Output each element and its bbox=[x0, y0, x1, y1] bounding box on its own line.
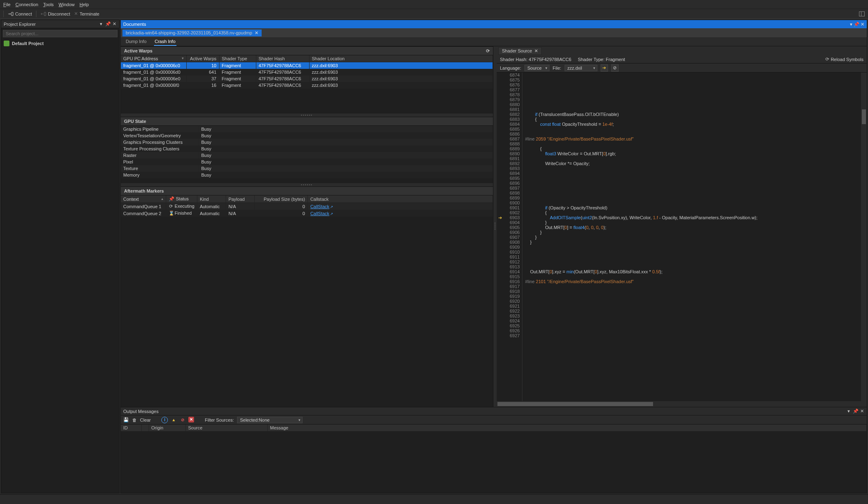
refresh-icon[interactable]: ⟳ bbox=[486, 48, 490, 54]
table-row: Vertex/Tesselation/GeometryBusy bbox=[121, 132, 493, 139]
panel-close-icon[interactable]: ✕ bbox=[112, 21, 117, 27]
terminate-icon: ✕ bbox=[74, 11, 78, 16]
clear-button[interactable]: Clear bbox=[140, 418, 151, 422]
goto-button[interactable]: ➔ bbox=[601, 64, 608, 72]
menu-file[interactable]: File bbox=[3, 2, 11, 7]
active-warps-table: GPU PC Address▾ Active Warps Shader Type… bbox=[121, 55, 493, 89]
table-row[interactable]: fragment_01 @ 0x000006f016Fragment47F75F… bbox=[121, 82, 493, 89]
document-subtabs: Dump Info Crash Info bbox=[121, 37, 867, 46]
table-row: Texture Processing ClustersBusy bbox=[121, 145, 493, 152]
callstack-link[interactable]: CallStack bbox=[310, 204, 329, 209]
splitter[interactable]: •••••• bbox=[121, 183, 493, 186]
disconnect-icon bbox=[41, 11, 46, 16]
tab-crash-info[interactable]: Crash Info bbox=[154, 37, 176, 46]
project-explorer-title: Project Explorer ▾ 📌 ✕ bbox=[1, 20, 119, 28]
table-row: Graphics PipelineBusy bbox=[121, 126, 493, 132]
terminate-button: ✕ Terminate bbox=[74, 11, 99, 16]
table-row[interactable]: fragment_01 @ 0x000006c010Fragment47F75F… bbox=[121, 62, 493, 69]
project-root[interactable]: Default Project bbox=[4, 41, 117, 46]
sort-icon[interactable]: ▾ bbox=[182, 56, 184, 60]
table-row[interactable]: CommandQueue 2⌛ FinishedAutomaticN/A0Cal… bbox=[121, 210, 493, 217]
layout-icon[interactable] bbox=[859, 11, 865, 16]
connect-icon bbox=[8, 11, 14, 16]
document-tabstrip: brickadia-win64-shipping-32992-20231105_… bbox=[121, 28, 867, 37]
aftermath-markers-table: Context▴ 📌Status Kind Payload Payload Si… bbox=[121, 195, 493, 217]
shader-source-tab[interactable]: Shader Source ✕ bbox=[498, 47, 542, 55]
panel-minimize-icon[interactable]: ▾ bbox=[99, 21, 104, 27]
tab-close-icon[interactable]: ✕ bbox=[255, 30, 258, 36]
document-tab[interactable]: brickadia-win64-shipping-32992-20231105_… bbox=[122, 30, 262, 36]
scrollbar-vertical[interactable] bbox=[861, 73, 867, 401]
code-editor[interactable]: ➔ 6874 6875 6876 6877 6878 6879 6880 688… bbox=[497, 73, 867, 401]
crash-left-column: Active Warps ⟳ GPU PC Address▾ Active Wa… bbox=[121, 46, 493, 407]
sort-icon[interactable]: ▴ bbox=[161, 197, 163, 201]
table-row: PixelBusy bbox=[121, 159, 493, 165]
filter-fatal-icon[interactable]: ✕ bbox=[188, 417, 194, 422]
output-title: Output Messages ▾ 📌 ✕ bbox=[121, 407, 867, 415]
table-row[interactable]: CommandQueue 1⟳ ExecutingAutomaticN/A0Ca… bbox=[121, 203, 493, 210]
menu-connection[interactable]: Connection bbox=[16, 2, 38, 7]
search-input[interactable] bbox=[3, 30, 118, 37]
file-dropdown[interactable]: zzz.dxil bbox=[565, 65, 597, 71]
menu-tools[interactable]: Tools bbox=[43, 2, 54, 7]
docs-minimize-icon[interactable]: ▾ bbox=[850, 22, 852, 27]
docs-pin-icon[interactable]: 📌 bbox=[854, 22, 859, 27]
table-row[interactable]: fragment_01 @ 0x000006e037Fragment47F75F… bbox=[121, 75, 493, 82]
menu-help[interactable]: Help bbox=[79, 2, 89, 7]
documents-panel: Documents ▾ 📌 ✕ brickadia-win64-shipping… bbox=[120, 20, 867, 493]
documents-header: Documents ▾ 📌 ✕ bbox=[121, 20, 867, 28]
save-icon[interactable]: 💾 bbox=[123, 417, 129, 422]
aftermath-markers-header: Aftermath Markers bbox=[121, 186, 493, 195]
reload-icon: ⟳ bbox=[825, 57, 829, 62]
tab-dump-info[interactable]: Dump Info bbox=[125, 37, 147, 46]
connect-button[interactable]: Connect bbox=[8, 11, 32, 16]
panel-close-icon[interactable]: ✕ bbox=[859, 409, 864, 414]
menu-bar: File Connection Tools Window Help bbox=[0, 0, 868, 9]
output-messages-table: ID Origin Source Message bbox=[121, 425, 867, 431]
splitter[interactable]: •••••• bbox=[121, 114, 493, 117]
tab-close-icon[interactable]: ✕ bbox=[534, 48, 538, 54]
reload-symbols-button[interactable]: ⟳ Reload Symbols bbox=[825, 57, 863, 62]
project-explorer-panel: Project Explorer ▾ 📌 ✕ Default Project bbox=[1, 20, 120, 493]
table-row: TextureBusy bbox=[121, 165, 493, 172]
active-warps-header: Active Warps ⟳ bbox=[121, 46, 493, 55]
disconnect-button: Disconnect bbox=[41, 11, 70, 16]
scrollbar-horizontal[interactable] bbox=[497, 401, 867, 407]
vertical-splitter[interactable]: •••• bbox=[493, 46, 497, 407]
main-toolbar: Connect Disconnect ✕ Terminate bbox=[0, 9, 868, 19]
table-row: RasterBusy bbox=[121, 152, 493, 159]
docs-close-icon[interactable]: ✕ bbox=[861, 22, 864, 27]
filter-sources-dropdown[interactable]: Selected:None bbox=[237, 417, 303, 423]
cancel-button[interactable]: ⊘ bbox=[611, 64, 619, 72]
panel-minimize-icon[interactable]: ▾ bbox=[846, 409, 851, 414]
table-row: Graphics Processing ClustersBusy bbox=[121, 139, 493, 145]
output-messages-panel: Output Messages ▾ 📌 ✕ 💾 🗑 Clear i ▲ ⊘ ✕ bbox=[121, 407, 867, 493]
callstack-link[interactable]: CallStack bbox=[310, 211, 329, 216]
table-row: MemoryBusy bbox=[121, 172, 493, 178]
panel-pin-icon[interactable]: 📌 bbox=[853, 409, 858, 414]
delete-icon[interactable]: 🗑 bbox=[132, 418, 137, 422]
shader-source-panel: Shader Source ✕ Shader Hash: 47F75F42978… bbox=[497, 46, 867, 407]
gpu-state-header: GPU State bbox=[121, 117, 493, 126]
menu-window[interactable]: Window bbox=[59, 2, 75, 7]
filter-warn-icon[interactable]: ▲ bbox=[170, 417, 177, 423]
table-row[interactable]: fragment_01 @ 0x000006d0641Fragment47F75… bbox=[121, 69, 493, 75]
project-icon bbox=[4, 41, 9, 46]
filter-error-icon[interactable]: ⊘ bbox=[179, 417, 186, 423]
gpu-state-table: Graphics PipelineBusyVertex/Tesselation/… bbox=[121, 126, 493, 178]
filter-info-icon[interactable]: i bbox=[161, 417, 168, 423]
pin-icon[interactable]: 📌 bbox=[169, 196, 174, 202]
language-dropdown[interactable]: Source bbox=[524, 65, 549, 71]
panel-pin-icon[interactable]: 📌 bbox=[105, 21, 110, 27]
status-bar bbox=[0, 494, 868, 503]
